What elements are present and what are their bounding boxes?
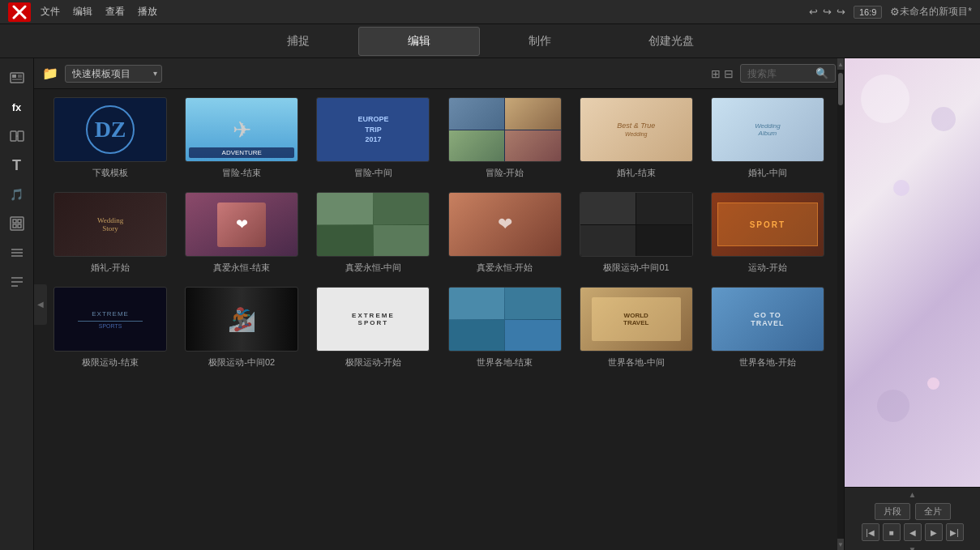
dropdown-wrapper: 快速模板项目 bbox=[65, 65, 162, 83]
sidebar-collapse-arrow[interactable]: ◀ bbox=[34, 284, 47, 325]
template-thumb-world-end bbox=[448, 287, 562, 352]
menu-items: 文件 编辑 查看 播放 bbox=[41, 5, 809, 19]
template-thumb-adventure-mid: EUROPETRIP2017 bbox=[316, 97, 430, 162]
tab-edit[interactable]: 编辑 bbox=[358, 27, 480, 56]
stop-button[interactable]: ■ bbox=[883, 523, 901, 541]
preview-scroll-down[interactable]: ▼ bbox=[845, 543, 980, 550]
menu-view[interactable]: 查看 bbox=[105, 5, 125, 19]
template-thumb-love-mid bbox=[316, 192, 430, 257]
template-label-world-end: 世界各地-结束 bbox=[477, 356, 533, 369]
template-label-love-mid: 真爱永恒-中间 bbox=[345, 262, 402, 274]
template-thumb-wedding-start: WeddingStory bbox=[53, 192, 167, 257]
svg-rect-14 bbox=[18, 224, 21, 228]
template-item-love-start[interactable]: ❤ 真爱永恒-开始 bbox=[445, 192, 565, 274]
aspect-ratio[interactable]: 16:9 bbox=[854, 6, 882, 19]
redo-icon[interactable]: ↪ bbox=[837, 6, 845, 18]
svg-rect-8 bbox=[18, 131, 24, 141]
template-thumb-sports-start: SPORT bbox=[711, 192, 824, 257]
template-item-love-end[interactable]: ❤ 真爱永恒-结束 bbox=[182, 192, 302, 274]
template-item-adventure-end[interactable]: ✈ ADVENTURE 冒险-结束 bbox=[182, 97, 302, 179]
template-label-adventure-end: 冒险-结束 bbox=[222, 167, 261, 179]
template-label-wedding-end: 婚礼-结束 bbox=[617, 167, 656, 179]
play-to-start-button[interactable]: |◀ bbox=[862, 523, 879, 541]
scroll-down-button[interactable]: ▼ bbox=[837, 539, 844, 550]
template-thumb-wedding-end: Best & TrueWedding bbox=[580, 97, 693, 162]
template-item-extreme-mid02[interactable]: 🏂 极限运动-中间02 bbox=[182, 287, 302, 369]
template-dropdown[interactable]: 快速模板项目 bbox=[65, 65, 162, 83]
template-item-love-mid[interactable]: 真爱永恒-中间 bbox=[313, 192, 433, 274]
app-logo bbox=[8, 2, 31, 22]
step-back-button[interactable]: ◀ bbox=[904, 523, 922, 541]
grid-view-icon[interactable]: ⊞ bbox=[711, 67, 721, 80]
template-label-love-end: 真爱永恒-结束 bbox=[213, 262, 270, 274]
template-item-extreme-start[interactable]: EXTREMESPORT 极限运动-开始 bbox=[313, 287, 433, 369]
template-thumb-world-mid: WORLDTRAVEL bbox=[580, 287, 693, 352]
full-button[interactable]: 全片 bbox=[915, 503, 951, 520]
template-item-download[interactable]: DZ 下载模板 bbox=[50, 97, 170, 179]
template-label-world-start: 世界各地-开始 bbox=[739, 356, 796, 369]
segment-button[interactable]: 片段 bbox=[875, 503, 910, 520]
step-forward-button[interactable]: ▶| bbox=[946, 523, 964, 541]
search-input[interactable] bbox=[747, 68, 812, 79]
template-label-extreme-mid02: 极限运动-中间02 bbox=[208, 356, 275, 369]
template-item-wedding-end[interactable]: Best & TrueWedding 婚礼-结束 bbox=[576, 97, 696, 179]
template-thumb-download: DZ bbox=[53, 97, 167, 162]
template-label-wedding-start: 婚礼-开始 bbox=[91, 262, 130, 274]
folder-icon[interactable]: 📁 bbox=[42, 66, 58, 81]
template-item-wedding-start[interactable]: WeddingStory 婚礼-开始 bbox=[50, 192, 170, 274]
template-label-world-mid: 世界各地-中间 bbox=[608, 356, 665, 369]
template-item-adventure-start[interactable]: 冒险-开始 bbox=[445, 97, 565, 179]
scroll-track bbox=[837, 70, 844, 539]
template-item-extreme-end[interactable]: EXTREME SPORTS 极限运动-结束 bbox=[50, 287, 170, 369]
list-view-icon[interactable]: ⊟ bbox=[724, 67, 734, 80]
template-thumb-adventure-start bbox=[448, 97, 562, 162]
template-item-sports-start[interactable]: SPORT 运动-开始 bbox=[708, 192, 828, 274]
settings-icon[interactable]: ⚙ bbox=[890, 6, 900, 18]
play-button[interactable]: ▶ bbox=[925, 523, 943, 541]
template-grid: DZ 下载模板 ✈ ADVENTURE 冒险-结束 EUROPETRIP2017… bbox=[34, 89, 844, 550]
preview-area bbox=[845, 58, 980, 487]
scroll-up-button[interactable]: ▲ bbox=[837, 58, 844, 70]
template-label-extreme-start: 极限运动-开始 bbox=[345, 356, 402, 369]
redo-arrow-icon[interactable]: ↪ bbox=[823, 6, 832, 18]
sidebar-icon-fx[interactable]: fx bbox=[2, 94, 32, 120]
template-thumb-love-end: ❤ bbox=[185, 192, 298, 257]
menu-edit[interactable]: 编辑 bbox=[73, 5, 92, 19]
sidebar-icon-tools[interactable] bbox=[2, 240, 32, 266]
template-item-world-mid[interactable]: WORLDTRAVEL 世界各地-中间 bbox=[576, 287, 696, 369]
sidebar-icon-transition[interactable] bbox=[2, 123, 32, 149]
template-item-world-end[interactable]: 世界各地-结束 bbox=[445, 287, 565, 369]
menu-play[interactable]: 播放 bbox=[138, 5, 157, 19]
template-item-adventure-mid[interactable]: EUROPETRIP2017 冒险-中间 bbox=[313, 97, 433, 179]
main-nav: 捕捉 编辑 制作 创建光盘 bbox=[0, 24, 980, 58]
template-thumb-wedding-mid: WeddingAlbum bbox=[711, 97, 824, 162]
template-item-wedding-mid[interactable]: WeddingAlbum 婚礼-中间 bbox=[708, 97, 828, 179]
template-item-extreme-mid01[interactable]: 极限运动-中间01 bbox=[576, 192, 696, 274]
sidebar-icon-media[interactable] bbox=[2, 65, 32, 91]
template-thumb-extreme-start: EXTREMESPORT bbox=[316, 287, 430, 352]
sidebar-icon-title[interactable]: T bbox=[2, 152, 32, 178]
sidebar-icon-filter[interactable] bbox=[2, 211, 32, 237]
search-icon[interactable]: 🔍 bbox=[815, 67, 828, 79]
search-box: 🔍 bbox=[740, 64, 836, 83]
template-label-adventure-mid: 冒险-中间 bbox=[354, 167, 393, 179]
template-label-sports-start: 运动-开始 bbox=[748, 262, 787, 274]
menu-file[interactable]: 文件 bbox=[41, 5, 60, 19]
tab-capture[interactable]: 捕捉 bbox=[238, 28, 358, 55]
left-sidebar: fx T 🎵 ◀ bbox=[0, 58, 34, 550]
preview-scroll-up[interactable]: ▲ bbox=[845, 488, 980, 501]
tab-disc[interactable]: 创建光盘 bbox=[600, 28, 742, 55]
panel-toolbar: 📁 快速模板项目 ⊞ ⊟ 🔍 bbox=[34, 58, 844, 89]
sidebar-icon-more[interactable] bbox=[2, 269, 32, 295]
sidebar-icon-audio[interactable]: 🎵 bbox=[2, 181, 32, 207]
bottom-controls: ▲ 片段 全片 |◀ ■ ◀ ▶ ▶| ▼ bbox=[845, 487, 980, 550]
svg-rect-7 bbox=[11, 131, 16, 141]
undo-icon[interactable]: ↩ bbox=[809, 6, 818, 18]
template-label-wedding-mid: 婚礼-中间 bbox=[748, 167, 787, 179]
template-item-world-start[interactable]: GO TOTRAVEL 世界各地-开始 bbox=[708, 287, 828, 369]
svg-rect-13 bbox=[13, 224, 16, 228]
tab-produce[interactable]: 制作 bbox=[480, 28, 600, 55]
scroll-thumb[interactable] bbox=[838, 73, 843, 105]
svg-rect-12 bbox=[18, 220, 21, 223]
template-label-download: 下载模板 bbox=[92, 167, 128, 179]
